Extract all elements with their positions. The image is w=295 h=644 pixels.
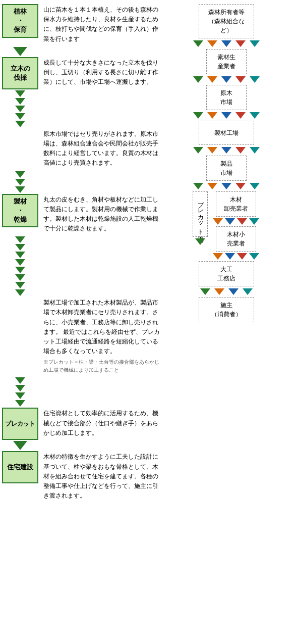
arrows-from-sawmill [192, 146, 261, 154]
arrows-from-material [192, 76, 261, 83]
small-arrow-4b [15, 244, 25, 251]
arrow-blue-4 [221, 147, 231, 154]
flow-box-retail: 木材小売業者 [216, 226, 256, 252]
flow-box-precut: プレカット工場 [193, 191, 208, 237]
small-arrow-2a [15, 90, 25, 97]
arrow-orange-4 [207, 147, 217, 154]
arrow-precut-down [195, 238, 205, 245]
arrow-blue-1 [221, 40, 231, 47]
note-text: ※プレカット＝柱・梁・土台等の接合部をあらかじめ工場で機械により加工すること [43, 358, 160, 374]
flow-box-carpenter: 大工工務店 [199, 261, 254, 286]
arrow-1 [2, 47, 163, 56]
arrow-teal-carpenter [243, 288, 253, 295]
small-arrow-4e [15, 267, 25, 273]
flow-box-material-producer: 素材生産業者 [206, 49, 247, 74]
arrow-blue-carpenter [228, 288, 239, 295]
step-label-sawmill: 製材・乾燥 [2, 194, 38, 228]
step-desc-construction: 木材の特徴を生かすように工夫した設計に基づいて、柱や梁をおもな骨格として、木材を… [38, 451, 163, 503]
arrow-retail-down-teal [249, 253, 259, 260]
small-arrow-2d [15, 113, 25, 120]
arrow-wholesale-down-red [237, 218, 247, 225]
arrow-teal-5 [250, 183, 260, 189]
multi-arrow-5 [2, 377, 38, 407]
step-desc-sawmill: 丸太の皮をむき、角材や板材などに加工して製品にします。製材用の機械で作業します。… [38, 194, 163, 236]
small-arrow-4a [15, 236, 25, 243]
flow-box-owner: 施主（消費者） [199, 297, 254, 322]
arrows-from-carpenter [199, 288, 254, 295]
small-arrow-2e [15, 121, 25, 127]
step-label-planting: 植林・保育 [2, 4, 38, 38]
step-desc-planting: 山に苗木を１本１本植え、その後も森林の保水力を維持したり、良材を生産するために、… [38, 4, 163, 46]
arrow-6 [2, 441, 163, 450]
center-sub-col: 木材卸売業者 木材小売業者 [212, 191, 260, 261]
multi-arrow-3 [2, 171, 38, 193]
multi-arrow-4 [2, 236, 38, 296]
step-row-construction: 住宅建設 木材の特徴を生かすように工夫した設計に基づいて、柱や梁をおもな骨格とし… [2, 451, 163, 503]
arrows-from-log-market [192, 112, 261, 119]
down-arrow-1 [13, 47, 27, 56]
step-label-market-empty [2, 128, 38, 161]
main-container: 植林・保育 山に苗木を１本１本植え、その後も森林の保水力を維持したり、良材を生産… [0, 0, 295, 507]
arrow-retail-down-orange [213, 253, 223, 260]
flow-box-log-market: 原木市場 [206, 85, 247, 110]
arrow-wholesale-down-orange [213, 218, 223, 225]
small-arrow-4h [15, 289, 25, 296]
small-arrow-3c [15, 186, 25, 193]
small-arrow-3b [15, 179, 25, 185]
arrow-green-2 [193, 76, 203, 83]
small-arrow-5d [15, 400, 25, 407]
arrow-wholesale-down-teal [249, 218, 259, 225]
step-label-logging: 立木の伐採 [2, 57, 38, 89]
arrow-teal-4 [250, 147, 260, 154]
arrow-wholesale-down-blue [225, 218, 235, 225]
arrow-green-5 [193, 183, 203, 189]
small-arrow-4g [15, 282, 25, 288]
arrow-green-1 [193, 40, 203, 47]
horiz-flow-section: プレカット工場 木材卸売業者 木材小売業者 [166, 191, 287, 261]
arrow-teal-1 [250, 40, 260, 47]
arrows-from-forest-owner [192, 40, 261, 47]
step-desc-logging: 成長して十分な大きさになった立木を伐り倒し、玉切り（利用する長さに切り離す作業）… [38, 57, 163, 89]
small-arrow-2b [15, 98, 25, 105]
flow-box-sawmill: 製材工場 [199, 121, 254, 145]
arrow-green-4 [193, 147, 203, 154]
step-row-sawmill: 製材・乾燥 丸太の皮をむき、角材や板材などに加工して製品にします。製材用の機械で… [2, 194, 163, 236]
arrows-from-product-market [192, 182, 261, 190]
step-row-precut: プレカット 住宅資材として効率的に活用するため、機械などで接合部分（仕口や継ぎ手… [2, 408, 163, 440]
step-desc-product-market: 製材工場で加工された木材製品が、製品市場で木材卸売業者にセリ売りされます。さらに… [38, 297, 163, 376]
small-arrow-4c [15, 252, 25, 258]
arrow-3 [2, 171, 163, 193]
arrow-red-3 [235, 112, 246, 119]
arrow-orange-3 [207, 112, 217, 119]
multi-arrow-2 [2, 90, 38, 127]
arrow-blue-3 [221, 112, 231, 119]
left-column: 植林・保育 山に苗木を１本１本植え、その後も森林の保水力を維持したり、良材を生産… [2, 4, 163, 503]
arrow-orange-1 [207, 40, 217, 47]
arrow-retail-down-red [237, 253, 247, 260]
arrow-retail-down-blue [225, 253, 235, 260]
step-desc-precut: 住宅資材として効率的に活用するため、機械などで接合部分（仕口や継ぎ手）をあらかじ… [38, 408, 163, 440]
step-row-market: 原木市場ではセリ売りがされます。原木市場は、森林組合連合会や民間会社が販売手数料… [2, 128, 163, 170]
small-arrow-4d [15, 259, 25, 266]
step-row-planting: 植林・保育 山に苗木を１本１本植え、その後も森林の保水力を維持したり、良材を生産… [2, 4, 163, 46]
arrow-orange-5 [207, 183, 217, 189]
arrow-green-carpenter [200, 288, 210, 295]
arrow-orange-2 [207, 76, 217, 83]
right-flow-section: 森林所有者等（森林組合など） 素材生産業者 原木市場 [166, 4, 287, 322]
step-row-product-market: 製材工場で加工された木材製品が、製品市場で木材卸売業者にセリ売りされます。さらに… [2, 297, 163, 376]
step-desc-market: 原木市場ではセリ売りがされます。原木市場は、森林組合連合会や民間会社が販売手数料… [38, 128, 163, 170]
arrow-orange-carpenter [214, 288, 224, 295]
step-label-product-empty [2, 297, 38, 329]
flow-box-product-market: 製品市場 [206, 156, 247, 181]
arrow-red-2 [235, 76, 246, 83]
flow-box-wholesale: 木材卸売業者 [216, 191, 256, 217]
arrow-box-6 [2, 441, 38, 450]
small-arrow-5c [15, 392, 25, 399]
precut-sub-col: プレカット工場 [193, 191, 208, 261]
small-arrow-3a [15, 171, 25, 178]
small-arrow-5a [15, 377, 25, 384]
step-label-construction: 住宅建設 [2, 451, 38, 483]
step-label-precut: プレカット [2, 408, 38, 440]
arrow-green-3 [193, 112, 203, 119]
multi-arrows-2 [15, 90, 25, 127]
